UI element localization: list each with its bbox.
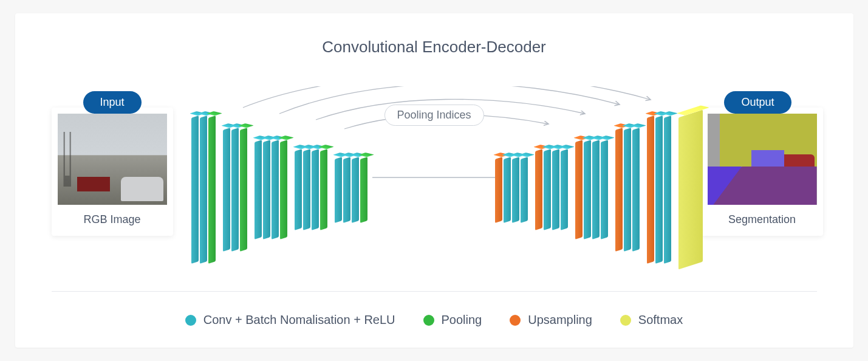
dec-conv-slab bbox=[504, 157, 511, 223]
pool-dot-icon bbox=[423, 315, 434, 326]
enc-conv-slab bbox=[352, 157, 359, 223]
enc-conv-slab bbox=[335, 157, 342, 223]
enc-conv-slab bbox=[263, 140, 270, 239]
up-dot-icon bbox=[510, 315, 521, 326]
conv-dot-icon bbox=[185, 315, 196, 326]
legend-pool: Pooling bbox=[423, 313, 482, 327]
enc-conv-slab bbox=[223, 128, 230, 252]
diagram-title: Convolutional Encoder-Decoder bbox=[15, 38, 853, 57]
soft-dot-icon bbox=[620, 315, 631, 326]
dec-up-slab bbox=[535, 149, 542, 230]
dec-conv-slab bbox=[544, 149, 551, 230]
enc-conv-slab bbox=[295, 149, 302, 230]
dec-conv-slab bbox=[592, 140, 600, 239]
enc-conv-slab bbox=[272, 140, 279, 239]
enc-conv-slab bbox=[191, 115, 199, 264]
legend-conv: Conv + Batch Nomalisation + ReLU bbox=[185, 313, 395, 327]
enc-conv-slab bbox=[255, 140, 262, 239]
dec-conv-slab bbox=[512, 157, 519, 223]
dec-up-slab bbox=[647, 115, 654, 264]
dec-conv-slab bbox=[624, 128, 631, 252]
enc-pool-slab bbox=[280, 140, 287, 239]
enc-conv-slab bbox=[343, 157, 350, 223]
legend-soft-label: Softmax bbox=[638, 313, 683, 327]
output-caption: Segmentation bbox=[708, 213, 817, 226]
softmax-slab bbox=[678, 110, 703, 270]
dec-up-slab bbox=[495, 157, 502, 223]
dec-conv-slab bbox=[601, 140, 608, 239]
dec-conv-slab bbox=[561, 149, 568, 230]
legend-up-label: Upsampling bbox=[528, 313, 592, 327]
legend-up: Upsampling bbox=[510, 313, 592, 327]
diagram-card: Convolutional Encoder-Decoder Pooling In… bbox=[15, 13, 853, 348]
dec-conv-slab bbox=[552, 149, 559, 230]
enc-pool-slab bbox=[320, 149, 327, 230]
enc-pool-slab bbox=[240, 128, 247, 252]
enc-conv-slab bbox=[231, 128, 239, 252]
legend-conv-label: Conv + Batch Nomalisation + ReLU bbox=[203, 313, 395, 327]
output-panel: Segmentation bbox=[702, 108, 823, 236]
enc-conv-slab bbox=[303, 149, 310, 230]
enc-pool-slab bbox=[208, 115, 216, 264]
input-image bbox=[58, 114, 167, 205]
dec-conv-slab bbox=[655, 115, 663, 264]
enc-conv-slab bbox=[312, 149, 319, 230]
enc-conv-slab bbox=[200, 115, 207, 264]
legend-soft: Softmax bbox=[620, 313, 683, 327]
dec-up-slab bbox=[615, 128, 623, 252]
input-caption: RGB Image bbox=[58, 213, 167, 226]
enc-pool-slab bbox=[360, 157, 367, 223]
dec-conv-slab bbox=[584, 140, 591, 239]
dec-conv-slab bbox=[521, 157, 528, 223]
pooling-indices-label: Pooling Indices bbox=[384, 105, 484, 126]
legend: Conv + Batch Nomalisation + ReLU Pooling… bbox=[15, 313, 853, 327]
divider bbox=[52, 291, 817, 292]
dec-up-slab bbox=[575, 140, 583, 239]
legend-pool-label: Pooling bbox=[442, 313, 482, 327]
input-panel: RGB Image bbox=[52, 108, 173, 236]
output-badge: Output bbox=[724, 91, 791, 114]
input-badge: Input bbox=[83, 91, 142, 114]
output-image bbox=[708, 114, 817, 205]
dec-conv-slab bbox=[664, 115, 671, 264]
dec-conv-slab bbox=[632, 128, 640, 252]
